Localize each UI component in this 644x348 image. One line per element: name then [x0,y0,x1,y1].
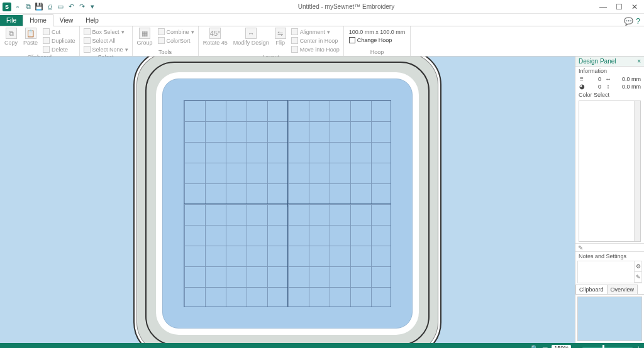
save-icon[interactable]: 💾 [35,3,43,11]
info-row-stitches: ≡ 0 ↔ 0.0 mm [575,75,644,83]
select-all-button[interactable]: Select All [82,36,130,45]
zoom-fit-icon[interactable]: 🔍 [531,345,538,349]
color-select-list[interactable] [579,101,641,242]
hoop-dimensions: 100.0 mm x 100.0 mm [349,29,406,35]
design-panel: Design Panel × Information ≡ 0 ↔ 0.0 mm … [575,57,644,343]
panel-footer-tabs: Clipboard Overview [575,285,644,295]
color-count: 0 [589,84,601,90]
export-icon[interactable]: ▭ [56,3,65,11]
open-icon[interactable]: ⧉ [24,3,33,11]
design-width: 0.0 mm [615,76,641,82]
panel-close-icon[interactable]: × [637,58,641,65]
notes-box: ⚙ ✎ [577,261,642,283]
ribbon-group-tools: ▦Group Combine ▾ ColorSort Tools [133,26,199,56]
undo-icon[interactable]: ↶ [67,3,75,11]
tab-view[interactable]: View [53,15,80,26]
window-title: Untitled - mySewnet™ Embroidery [99,3,593,10]
color-tool-icon[interactable]: ✎ [578,244,583,251]
close-button[interactable]: ✕ [631,3,638,11]
notes-text[interactable] [578,261,634,283]
color-select-label: Color Select [575,90,644,99]
color-toolbar: ✎ [575,243,644,252]
stitches-icon: ≡ [579,76,585,82]
group-button[interactable]: ▦Group [135,28,155,46]
minimize-button[interactable]: — [599,3,607,11]
tab-file[interactable]: File [0,15,23,26]
flip-button[interactable]: ⇋Flip [273,28,288,46]
menu-tabs: File Home View Help 💬 ? [0,14,644,26]
notes-label: Notes and Settings [575,252,644,261]
hoop-icon [349,37,355,43]
box-select-button[interactable]: Box Select ▾ [82,28,130,36]
tab-clipboard[interactable]: Clipboard [575,285,608,294]
change-hoop-button[interactable]: Change Hoop [349,37,406,43]
qat-dropdown-icon[interactable]: ▾ [88,3,97,11]
duplicate-button[interactable]: Duplicate [42,36,77,45]
modify-design-button[interactable]: ↔Modify Design [231,28,271,46]
maximize-button[interactable]: ☐ [616,3,623,11]
ribbon: ⧉Copy 📋Paste Cut Duplicate Delete Clipbo… [0,26,644,57]
print-icon[interactable]: ⎙ [45,3,54,11]
overview-thumbnail[interactable] [577,296,642,341]
hoop-inner [162,79,413,329]
paste-button[interactable]: 📋Paste [21,28,40,46]
ribbon-group-layout: 45°Rotate 45 ↔Modify Design ⇋Flip Alignm… [199,26,344,56]
window-controls: — ☐ ✕ [593,3,644,11]
select-none-button[interactable]: Select None ▾ [82,45,130,53]
cut-button[interactable]: Cut [42,28,77,36]
rotate45-button[interactable]: 45°Rotate 45 [201,28,230,46]
ribbon-group-label: Tools [135,48,196,56]
panel-title: Design Panel [579,58,616,65]
hoop-outer [133,57,441,343]
copy-button[interactable]: ⧉Copy [3,28,19,46]
main-area: Design Panel × Information ≡ 0 ↔ 0.0 mm … [0,57,644,343]
tab-help[interactable]: Help [79,15,105,26]
ribbon-group-clipboard: ⧉Copy 📋Paste Cut Duplicate Delete Clipbo… [0,26,80,56]
quick-access-toolbar: S ▫ ⧉ 💾 ⎙ ▭ ↶ ↷ ▾ [0,3,99,11]
colors-icon: ◕ [579,84,585,90]
help-icon[interactable]: ? [636,17,640,26]
scrollbar[interactable] [634,101,640,241]
feedback-icon[interactable]: 💬 [624,17,633,26]
move-into-hoop-button[interactable]: Move into Hoop [290,45,341,53]
zoom-actual-icon[interactable]: ▭ [542,345,548,349]
redo-icon[interactable]: ↷ [77,3,86,11]
hoop-mid [145,62,430,343]
tab-home[interactable]: Home [23,14,53,26]
new-icon[interactable]: ▫ [13,3,22,11]
alignment-button[interactable]: Alignment ▾ [290,28,341,36]
title-bar: S ▫ ⧉ 💾 ⎙ ▭ ↶ ↷ ▾ Untitled - mySewnet™ E… [0,0,644,14]
center-in-hoop-button[interactable]: Center in Hoop [290,36,341,45]
center-cross-icon [284,200,291,207]
tab-overview[interactable]: Overview [607,285,638,294]
width-icon: ↔ [605,76,611,82]
notes-edit-icon[interactable]: ✎ [635,272,641,283]
design-grid[interactable] [184,100,391,307]
delete-button[interactable]: Delete [42,45,77,53]
height-icon: ↕ [605,84,611,90]
ribbon-group-select: Box Select ▾ Select All Select None ▾ Se… [80,26,133,56]
canvas[interactable] [0,57,575,343]
zoom-in-icon[interactable]: + [636,345,640,349]
status-bar: 🔍 ▭ 159% − + [0,343,644,348]
app-logo-icon: S [3,3,11,11]
stitch-count: 0 [589,76,601,82]
notes-settings-icon[interactable]: ⚙ [635,261,641,272]
zoom-out-icon[interactable]: − [575,345,579,349]
design-height: 0.0 mm [615,84,641,90]
info-row-colors: ◕ 0 ↕ 0.0 mm [575,83,644,90]
colorsort-button[interactable]: ColorSort [157,36,196,45]
ribbon-group-hoop: 100.0 mm x 100.0 mm Change Hoop Hoop [344,26,411,56]
information-label: Information [575,67,644,75]
ribbon-group-label: Hoop [347,48,408,56]
combine-button[interactable]: Combine ▾ [157,28,196,36]
zoom-level[interactable]: 159% [552,345,571,348]
